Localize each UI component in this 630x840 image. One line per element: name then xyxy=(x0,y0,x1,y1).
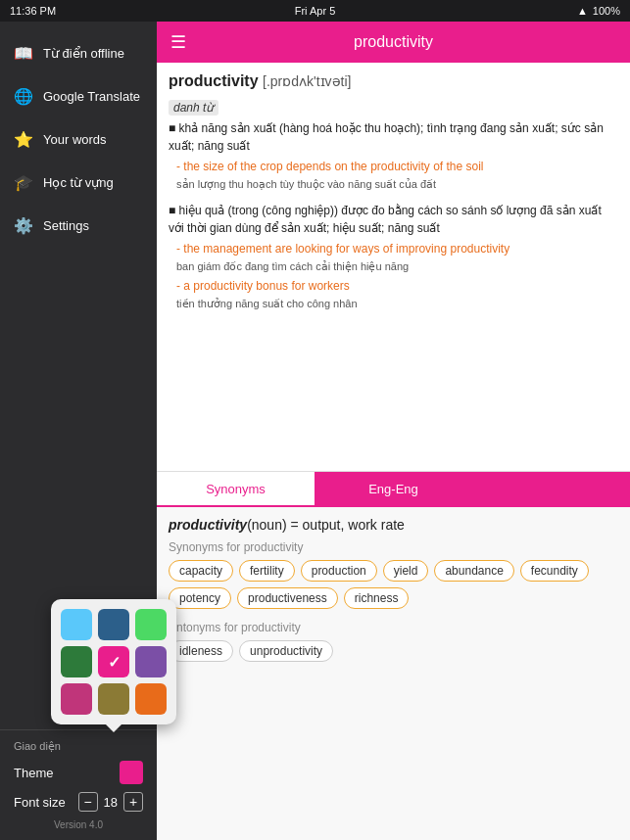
syn-tag-richness[interactable]: richness xyxy=(344,587,410,609)
color-picker-popup xyxy=(51,599,176,724)
book-icon: 📖 xyxy=(14,43,33,63)
syn-tag-fecundity[interactable]: fecundity xyxy=(520,560,589,582)
syn-tag-fertility[interactable]: fertility xyxy=(239,560,295,582)
color-swatch-magenta[interactable] xyxy=(61,683,92,715)
word-text: productivity xyxy=(169,72,259,89)
tab-synonyms-label: Synonyms xyxy=(206,482,266,496)
sidebar-item-dictionary[interactable]: 📖 Từ điển offline xyxy=(0,31,157,74)
example-3-vn: tiền thưởng năng suất cho công nhân xyxy=(169,297,618,311)
sidebar-bottom: Giao diện Theme Font size − 18 + Version… xyxy=(0,729,157,840)
graduation-icon: 🎓 xyxy=(14,172,33,192)
word-header: productivity [.prɒdʌk'tɪvəti] xyxy=(169,72,618,90)
example-2-vn: ban giám đốc đang tìm cách cải thiện hiệ… xyxy=(169,259,618,274)
pos-label: danh từ xyxy=(169,100,218,116)
example-2-en: - the management are looking for ways of… xyxy=(169,241,618,257)
sidebar-item-google-translate[interactable]: 🌐 Google Translate xyxy=(0,74,157,117)
color-swatch-olive[interactable] xyxy=(98,683,129,715)
syn-pos: (noun) xyxy=(247,517,286,533)
status-bar: 11:36 PM Fri Apr 5 ▲ 100% xyxy=(0,0,630,22)
tabs-bar: Synonyms Eng-Eng xyxy=(157,471,630,507)
tab-synonyms[interactable]: Synonyms xyxy=(157,472,315,507)
color-swatch-dark-blue[interactable] xyxy=(98,609,129,640)
syn-tag-potency[interactable]: potency xyxy=(169,587,231,609)
wifi-icon: ▲ xyxy=(577,5,588,17)
definition-2: ■ hiệu quả (trong (công nghiệp)) được đo… xyxy=(169,202,618,311)
sidebar-item-label-google-translate: Google Translate xyxy=(43,89,140,104)
hamburger-icon[interactable]: ☰ xyxy=(170,31,186,53)
synonyms-content: productivity(noun) = output, work rate S… xyxy=(157,507,630,840)
font-size-label: Font size xyxy=(14,795,66,810)
definition-1: ■ khả năng sản xuất (hàng hoá hoặc thu h… xyxy=(169,119,618,192)
antonyms-tags: idleness unproductivity xyxy=(169,640,618,662)
globe-icon: 🌐 xyxy=(14,86,33,106)
ant-tag-unproductivity[interactable]: unproductivity xyxy=(239,640,333,662)
syn-word: productivity xyxy=(169,517,247,533)
sidebar-item-hoc-tu-vung[interactable]: 🎓 Học từ vựng xyxy=(0,161,157,204)
giao-dien-label: Giao diện xyxy=(14,740,143,753)
ant-tag-idleness[interactable]: idleness xyxy=(169,640,233,662)
synonyms-tags: capacity fertility production yield abun… xyxy=(169,560,618,609)
theme-label: Theme xyxy=(14,766,53,780)
pronunciation: [.prɒdʌk'tɪvəti] xyxy=(263,73,351,89)
sidebar-item-label-dictionary: Từ điển offline xyxy=(43,46,124,61)
color-swatch-dark-green[interactable] xyxy=(61,646,92,677)
example-1-vn: sản lượng thu hoạch tùy thuộc vào năng s… xyxy=(169,177,618,192)
sidebar-item-label-your-words: Your words xyxy=(43,132,107,147)
theme-row: Theme xyxy=(14,761,143,784)
star-icon: ⭐ xyxy=(14,129,33,149)
tab-third[interactable] xyxy=(472,472,630,507)
font-row: Font size − 18 + xyxy=(14,792,143,812)
syn-equals: output, work rate xyxy=(303,517,405,533)
sidebar-item-your-words[interactable]: ⭐ Your words xyxy=(0,117,157,161)
sidebar-item-label-hoc-tu-vung: Học từ vựng xyxy=(43,175,114,190)
def-text-1: ■ khả năng sản xuất (hàng hoá hoặc thu h… xyxy=(169,119,618,155)
main-content: ☰ productivity productivity [.prɒdʌk'tɪv… xyxy=(157,22,630,840)
version-label: Version 4.0 xyxy=(14,819,143,830)
syn-tag-yield[interactable]: yield xyxy=(383,560,429,582)
color-swatch-green[interactable] xyxy=(135,609,167,640)
antonyms-label: Antonyms for productivity xyxy=(169,621,618,634)
sidebar-item-settings[interactable]: ⚙️ Settings xyxy=(0,204,157,247)
synonyms-label: Synonyms for productivity xyxy=(169,540,618,554)
theme-swatch[interactable] xyxy=(120,761,143,784)
syn-tag-productiveness[interactable]: productiveness xyxy=(237,587,338,609)
color-swatch-sky-blue[interactable] xyxy=(61,609,92,640)
syn-tag-capacity[interactable]: capacity xyxy=(169,560,233,582)
font-increase-button[interactable]: + xyxy=(123,792,143,812)
font-controls: − 18 + xyxy=(78,792,143,812)
gear-icon: ⚙️ xyxy=(14,215,33,235)
font-decrease-button[interactable]: − xyxy=(78,792,98,812)
syn-tag-abundance[interactable]: abundance xyxy=(434,560,513,582)
def-text-2: ■ hiệu quả (trong (công nghiệp)) được đo… xyxy=(169,202,618,237)
font-size-value: 18 xyxy=(104,795,118,810)
sidebar-item-label-settings: Settings xyxy=(43,218,89,233)
synonym-word-header: productivity(noun) = output, work rate xyxy=(169,517,618,533)
color-swatch-orange[interactable] xyxy=(135,683,167,715)
tab-eng-eng[interactable]: Eng-Eng xyxy=(315,472,472,507)
color-swatch-pink[interactable] xyxy=(98,646,129,677)
status-date: Fri Apr 5 xyxy=(295,5,336,17)
tab-eng-eng-label: Eng-Eng xyxy=(368,482,418,496)
dict-content: productivity [.prɒdʌk'tɪvəti] danh từ ■ … xyxy=(157,63,630,471)
color-swatch-purple[interactable] xyxy=(135,646,167,677)
example-1-en: - the size of the crop depends on the pr… xyxy=(169,159,618,175)
example-3-en: - a productivity bonus for workers xyxy=(169,278,618,295)
top-bar-title: productivity xyxy=(354,33,433,51)
top-bar: ☰ productivity xyxy=(157,22,630,63)
status-time: 11:36 PM xyxy=(10,5,56,17)
battery-text: 100% xyxy=(593,5,620,17)
syn-tag-production[interactable]: production xyxy=(301,560,377,582)
